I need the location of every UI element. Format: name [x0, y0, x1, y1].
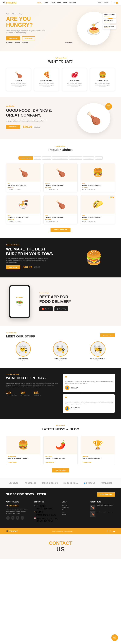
nav-links: HOME ABOUT PAGES SHOP BLOG CONTACT: [37, 2, 76, 4]
bottom-youtube-icon[interactable]: ▶: [113, 530, 115, 532]
offer-badge: 50% OFF: [105, 103, 112, 110]
category-pizza[interactable]: 🍕 PIZZA & DRINK Repum ipsum dolor sit am…: [34, 68, 59, 91]
promo-desc: Eat well morning so you are doing all ma…: [6, 258, 48, 263]
category-combo[interactable]: 🍔 COMBO PACK Repum ipsum dolor sit amet …: [90, 68, 115, 91]
subscribe-button[interactable]: SUBSCRIBE NOW: [97, 492, 115, 496]
blog-title: LATEST NEWS & BLOG: [6, 427, 115, 431]
team-role-0: Chef: [6, 360, 40, 362]
see-all-blog-button[interactable]: SEE ALL BLOG: [52, 468, 69, 472]
filter-pizza[interactable]: PIZZA: [34, 156, 41, 160]
view-all-staff-button[interactable]: VIEW ALL STUFF: [100, 333, 115, 337]
chicken-desc: Repum ipsum dolor sit amet consectetur a…: [8, 82, 29, 88]
filter-drink[interactable]: DRINK: [95, 156, 103, 160]
footer-link-services[interactable]: Our Services: [62, 507, 69, 508]
filter-shake[interactable]: BLUEBERRY SHAKE: [52, 156, 68, 160]
offer-order-button[interactable]: ORDER NOW: [6, 125, 20, 129]
play-video-button[interactable]: PLAY VIDEO: [65, 42, 73, 44]
youtube-link[interactable]: YOUTUBE: [22, 42, 28, 44]
footer-link-about[interactable]: About Us: [62, 505, 67, 506]
nav-about[interactable]: ABOUT: [44, 2, 49, 4]
box-name: BOX MEALS: [64, 80, 85, 82]
app-section: FOODBAZ 🥗 Download App BEST APP FOR FOOD…: [0, 278, 121, 326]
chicken-name: CHICKEN: [8, 80, 29, 82]
footer-blog-post-0[interactable]: 🍗 Best Great of Unlimited Chicken: [90, 504, 115, 510]
promo-order-button[interactable]: ORDER NOW: [6, 265, 20, 269]
nav-pages[interactable]: PAGES: [51, 2, 55, 4]
author-row-1: 👤 RASALINA DE CUSTOMER: [65, 406, 113, 411]
price-box: ORDER NOW $46.99 $99.99: [6, 125, 67, 129]
price-new: $46.99: [23, 125, 32, 128]
filter-burger[interactable]: BURGER: [42, 156, 51, 160]
box-desc: Repum ipsum dolor sit amet consectetur a…: [64, 82, 85, 88]
cart-button[interactable]: 🛒 0: [114, 2, 118, 4]
stats-row: 14k HAPPY CUSTOMER 16k GRAND WINNING 68k…: [6, 391, 58, 396]
order-now-button[interactable]: ORDER NOW: [6, 36, 20, 40]
dish-card-2[interactable]: 🍔 DISH DOUBLE STICK BURGER ★★★★☆ FROM $1…: [81, 163, 115, 192]
footer-blog-post-1[interactable]: 🍗 Best Great of Unlimited Chicken: [90, 511, 115, 517]
twitter-link[interactable]: TWITTER: [15, 42, 20, 44]
read-more-2[interactable]: + READ MORE: [83, 462, 91, 463]
filter-all[interactable]: ALL CATEGORIES: [18, 156, 33, 160]
info-card-1: NATURE FIRST ★★★★★: [103, 19, 117, 24]
pizza-desc: Repum ipsum dolor sit amet consectetur a…: [36, 82, 57, 88]
search-input[interactable]: [97, 1, 112, 4]
team-member-2: 👩‍🍳 YLINA PIERSON KAE Chef: [81, 342, 115, 362]
footer-link-team[interactable]: Team: [62, 509, 65, 510]
footer-social: f t in ▶: [6, 516, 31, 520]
dish-card-1[interactable]: 🍗 BURGER BANGLADESHI CHICKEN ★★★★★ FROM …: [43, 163, 78, 192]
dish-card-0[interactable]: 🍗 DISH UNLIMITED CHICKEN FRY ★★★★☆ FROM …: [6, 163, 40, 192]
blog-image-0: 🍔: [6, 436, 40, 454]
filter-chicken-soup[interactable]: CHICKEN SOUP: [69, 156, 82, 160]
more-info-button[interactable]: MORE INFO: [22, 36, 35, 40]
dish-card-4[interactable]: 🍗 DISH BANGLADESHI CHICKEN ★★★★★ FROM $1…: [43, 195, 78, 224]
phone-food-emoji: 🥗: [16, 300, 23, 306]
category-chicken[interactable]: 🍗 CHICKEN Repum ipsum dolor sit amet con…: [6, 68, 31, 91]
filter-tabs: ALL CATEGORIES PIZZA BURGER BLUEBERRY SH…: [6, 156, 115, 160]
blog-image-2: 🏆: [81, 436, 115, 454]
test-title: WHAT OUR CLIENT SAY?: [6, 376, 58, 380]
store-buttons: 🍎 App Store ▶ Google Play: [39, 306, 115, 311]
blog-post-title-1: 12 SPICY SEAFOOD RECIPES...: [45, 458, 76, 460]
footer-facebook-icon[interactable]: f: [6, 516, 10, 520]
footer-instagram-icon[interactable]: in: [16, 516, 19, 520]
hero-subtitle: Delicious & Inspiring Burger: [6, 13, 73, 15]
facebook-link[interactable]: FACEBOOK: [6, 42, 13, 44]
blog-card-2[interactable]: 🏆 TRENDING WHO'S WINNING THE FAST... + R…: [81, 436, 115, 465]
filter-ice-cream[interactable]: ICE CREAM: [83, 156, 94, 160]
google-play-button[interactable]: ▶ Google Play: [54, 306, 68, 311]
blog-card-1[interactable]: 🌶️ SPICY FOOD 12 SPICY SEAFOOD RECIPES..…: [43, 436, 78, 465]
combo-icon: 🍔: [92, 71, 113, 78]
footer-youtube-icon[interactable]: ▶: [20, 516, 24, 520]
bottom-facebook-icon[interactable]: f: [107, 530, 107, 532]
footer-bottom-logo: 🍳 FRUDBAZ: [6, 530, 17, 532]
read-more-0[interactable]: + READ MORE: [8, 462, 16, 463]
bottom-twitter-icon[interactable]: t: [109, 530, 109, 532]
pizza-icon: 🍕: [36, 71, 57, 78]
quote-mark-1: ": [65, 396, 113, 401]
app-tag: Download App: [39, 292, 115, 294]
see-all-button[interactable]: SEE ALL PRODUCT: [50, 228, 71, 232]
read-more-1[interactable]: + READ MORE: [45, 462, 54, 463]
blog-card-0[interactable]: 🍔 BEST BURGER BEST BURGER IN YOUR BOU...…: [6, 436, 40, 465]
nav-contact[interactable]: CONTACT: [69, 2, 76, 4]
dish-card-5[interactable]: 🌮 DISH DOUBLE STICK BUNDLES ★★★★☆ FROM $…: [81, 195, 115, 224]
footer-link-contact[interactable]: Contact: [62, 514, 66, 515]
blog-header: Recent Article LATEST NEWS & BLOG: [6, 425, 115, 431]
dish-card-3[interactable]: 🍜 DISH CHINES POPULAR NOODLES ★★★★★ FROM…: [6, 195, 40, 224]
category-box[interactable]: 🥩 BOX MEALS Repum ipsum dolor sit amet c…: [62, 68, 87, 91]
nav-home[interactable]: HOME: [37, 2, 42, 4]
team-titles: Our Profesional MEET OUR STUFF: [6, 332, 35, 338]
dish-image-5: 🌮: [81, 195, 115, 214]
offer-title: GOOD FOOD, DRINKS & GREAT COMPANY.: [6, 108, 67, 118]
blog-meta-1: SPICY FOOD: [45, 456, 76, 457]
stat-happy: 14k HAPPY CUSTOMER: [6, 391, 17, 396]
app-store-button[interactable]: 🍎 App Store: [39, 306, 53, 311]
bottom-linkedin-icon[interactable]: in: [111, 530, 112, 532]
hero-info-cards: GREAT LOCATION ★★★★★ NATURE FIRST ★★★★★ …: [103, 13, 117, 29]
footer-twitter-icon[interactable]: t: [11, 516, 14, 520]
footer-link-blog[interactable]: Blog: [62, 512, 64, 513]
nav-blog[interactable]: BLOG: [63, 2, 67, 4]
logo-icon: 🍳: [3, 2, 5, 4]
blog-post-title-2: WHO'S WINNING THE FAST...: [83, 458, 113, 460]
nav-shop[interactable]: SHOP: [57, 2, 61, 4]
